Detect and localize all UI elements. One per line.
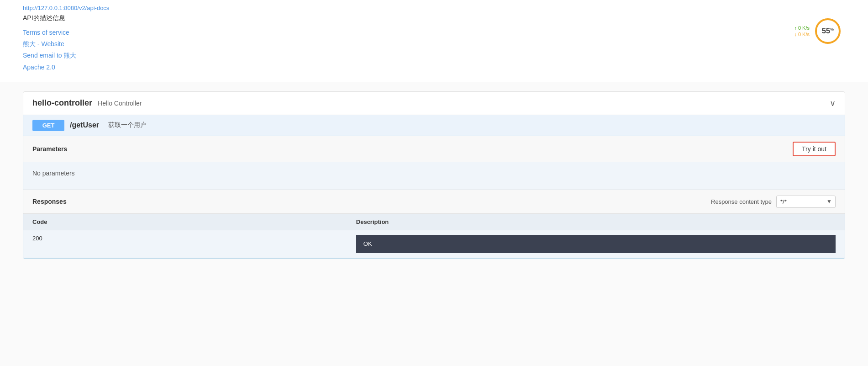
responses-section: Responses Response content type */* appl… [23,190,845,258]
links-section: Terms of service 熊大 - Website Send email… [23,27,845,73]
speed-stats: ↑ 0 K/s ↓ 0 K/s [794,25,810,37]
ok-text: OK [363,240,372,247]
speed-meter: ↑ 0 K/s ↓ 0 K/s 55% [794,18,841,44]
controller-name: hello-controller [32,98,92,108]
content-type-select-wrapper: */* application/json text/plain ▼ [776,196,836,208]
response-code-200: 200 [23,230,347,258]
top-section: http://127.0.0.1:8080/v2/api-docs API的描述… [0,0,868,82]
speed-up: ↑ 0 K/s [794,25,810,31]
chevron-down-icon: ∨ [830,98,836,108]
params-header: Parameters Try it out [23,136,845,162]
base-url: http://127.0.0.1:8080/v2/api-docs [23,5,845,11]
responses-label: Responses [32,198,67,205]
parameters-section: Parameters Try it out No parameters [23,136,845,190]
table-header-row: Code Description [23,214,845,230]
no-parameters-text: No parameters [23,162,845,190]
controller-header[interactable]: hello-controller Hello Controller ∨ [23,91,845,115]
description-column-header: Description [347,214,845,230]
api-description: API的描述信息 [23,14,845,22]
parameters-label: Parameters [32,145,67,153]
endpoint-summary: 获取一个用户 [108,121,147,129]
website-link[interactable]: 熊大 - Website [23,38,845,50]
method-badge: GET [32,120,64,131]
endpoint-card: GET /getUser 获取一个用户 Parameters Try it ou… [23,115,845,259]
terms-of-service-link[interactable]: Terms of service [23,27,845,38]
content-type-wrapper: Response content type */* application/js… [711,196,836,208]
content-type-select[interactable]: */* application/json text/plain [776,196,836,208]
controller-section: hello-controller Hello Controller ∨ GET … [23,91,845,259]
speed-down: ↓ 0 K/s [794,32,810,37]
ok-badge: OK [356,235,836,253]
email-link[interactable]: Send email to 熊大 [23,50,845,61]
code-column-header: Code [23,214,347,230]
api-docs-link[interactable]: http://127.0.0.1:8080/v2/api-docs [23,5,109,11]
try-it-out-button[interactable]: Try it out [793,142,836,156]
controller-description: Hello Controller [98,100,142,107]
endpoint-header[interactable]: GET /getUser 获取一个用户 [23,115,845,136]
speed-circle: 55% [815,18,841,44]
license-link[interactable]: Apache 2.0 [23,62,845,73]
response-table: Code Description 200 OK [23,214,845,258]
table-row: 200 OK [23,230,845,258]
endpoint-path: /getUser [70,121,99,129]
controller-title: hello-controller Hello Controller [32,98,142,108]
content-type-label: Response content type [711,198,772,205]
speed-percentage: 55% [822,27,834,35]
response-description-cell: OK [347,230,845,258]
responses-header: Responses Response content type */* appl… [23,190,845,214]
